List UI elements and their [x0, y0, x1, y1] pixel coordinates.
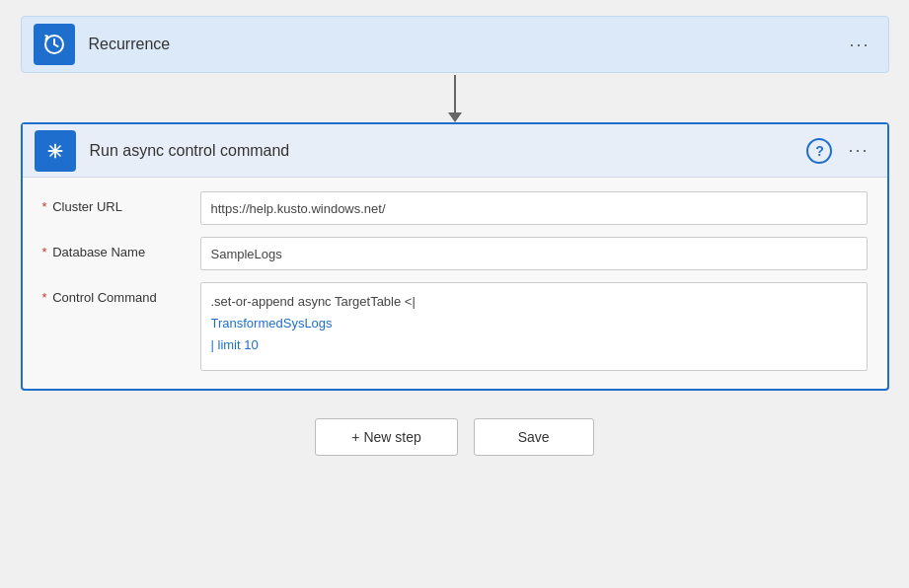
control-command-label: * Control Command: [42, 282, 200, 305]
action-body: * Cluster URL * Database Name * Control …: [23, 178, 887, 389]
cluster-url-row: * Cluster URL: [42, 191, 868, 225]
bottom-actions: + New step Save: [315, 418, 593, 456]
control-command-row: * Control Command .set-or-append async T…: [42, 282, 868, 371]
recurrence-card: Recurrence ···: [21, 16, 889, 73]
database-name-label: * Database Name: [42, 237, 200, 259]
cluster-url-required-star: *: [42, 199, 47, 214]
arrow-connector: [454, 75, 456, 114]
canvas: Recurrence ··· Run async control command…: [0, 0, 909, 588]
recurrence-title: Recurrence: [75, 36, 844, 53]
action-card-title: Run async control command: [76, 142, 807, 160]
action-icon-box: [35, 130, 76, 172]
clock-icon: [42, 33, 66, 56]
control-command-textarea[interactable]: .set-or-append async TargetTable <| Tran…: [200, 282, 868, 371]
help-button[interactable]: ?: [806, 138, 832, 164]
action-card-header: Run async control command ? ···: [23, 124, 887, 178]
database-name-row: * Database Name: [42, 237, 868, 270]
control-command-required-star: *: [42, 290, 47, 305]
control-command-line-1: .set-or-append async TargetTable <|: [211, 291, 857, 313]
control-command-line-3: | limit 10: [211, 334, 857, 356]
database-name-input[interactable]: [200, 237, 868, 270]
cluster-url-input[interactable]: [200, 191, 868, 225]
database-name-required-star: *: [42, 245, 47, 259]
action-header-right: ? ···: [806, 136, 874, 165]
svg-line-2: [54, 44, 58, 46]
action-card: Run async control command ? ··· * Cluste…: [21, 122, 889, 391]
control-command-line-2: TransformedSysLogs: [211, 313, 857, 334]
new-step-button[interactable]: + New step: [315, 418, 457, 456]
save-button[interactable]: Save: [474, 418, 594, 456]
action-more-button[interactable]: ···: [842, 136, 874, 165]
cluster-url-label: * Cluster URL: [42, 191, 200, 214]
recurrence-more-button[interactable]: ···: [843, 31, 875, 59]
connector-icon: [44, 140, 66, 162]
recurrence-icon-box: [34, 24, 75, 65]
